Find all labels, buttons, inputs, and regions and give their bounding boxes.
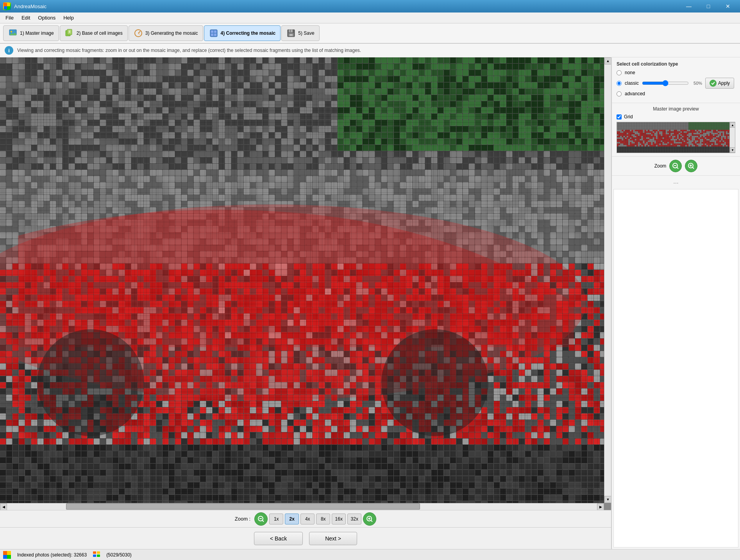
radio-none[interactable] <box>617 70 622 75</box>
svg-rect-40 <box>3 555 7 559</box>
svg-rect-15 <box>214 30 216 33</box>
step1-label: 1) Master image <box>20 30 54 36</box>
preview-title: Master image preview <box>617 106 735 112</box>
mosaic-viewport[interactable]: ▲ ▼ ◀ ▶ <box>0 57 611 510</box>
vertical-scrollbar[interactable]: ▲ ▼ <box>604 57 611 503</box>
zoom-8x-btn[interactable]: 8x <box>316 514 330 524</box>
scroll-up-btn[interactable]: ▲ <box>604 57 611 64</box>
apply-label: Apply <box>718 80 730 86</box>
zoom-label: Zoom : <box>235 516 250 522</box>
zoom-bar: Zoom : 1x 2x 4x 8x 16x 32x <box>0 510 611 527</box>
radio-none-row: none <box>617 70 735 75</box>
preview-canvas <box>617 122 735 153</box>
app-title: AndreaMosaic <box>14 4 46 9</box>
back-button[interactable]: < Back <box>254 532 303 545</box>
status-text1: Indexed photos (selected): 32663 <box>17 552 87 558</box>
info-icon: i <box>5 46 13 55</box>
generating-icon <box>134 29 143 38</box>
svg-line-25 <box>262 520 264 522</box>
svg-rect-16 <box>211 34 213 36</box>
status-icon-small <box>93 551 100 558</box>
svg-rect-2 <box>4 6 7 9</box>
step5-label: 5) Save <box>298 30 314 36</box>
right-panel: Select cell colorization type none class… <box>611 57 740 549</box>
scroll-left-btn[interactable]: ◀ <box>0 503 7 510</box>
colorization-slider[interactable] <box>642 79 689 87</box>
svg-rect-9 <box>69 30 70 33</box>
status-app-icon <box>3 551 11 559</box>
minimize-button[interactable]: — <box>680 0 698 12</box>
zoom-4x-btn[interactable]: 4x <box>300 514 315 524</box>
grid-checkbox[interactable] <box>617 114 622 119</box>
svg-rect-0 <box>4 3 7 6</box>
master-image-icon <box>8 29 18 38</box>
grid-label[interactable]: Grid <box>624 114 633 119</box>
toolbar-step1[interactable]: 1) Master image <box>3 25 59 41</box>
radio-advanced-label[interactable]: advanced <box>625 91 645 96</box>
scroll-thumb-v[interactable] <box>604 64 611 496</box>
preview-scrollbar[interactable]: ▲ ▼ <box>729 122 735 153</box>
menu-help[interactable]: Help <box>59 13 78 22</box>
scroll-right-btn[interactable]: ▶ <box>597 503 604 510</box>
main-content: ▲ ▼ ◀ ▶ Zoom : 1x 2x 4x 8x 16x <box>0 57 740 549</box>
scroll-down-btn[interactable]: ▼ <box>604 496 611 503</box>
cell-images-icon <box>65 29 74 38</box>
colorization-title: Select cell colorization type <box>617 61 735 67</box>
svg-rect-17 <box>214 34 216 36</box>
radio-classic-row: classic 50% Apply <box>617 78 735 89</box>
svg-rect-38 <box>3 551 7 555</box>
preview-image: ▲ ▼ <box>617 122 735 153</box>
menu-options[interactable]: Options <box>34 13 59 22</box>
colorization-section: Select cell colorization type none class… <box>612 57 740 103</box>
svg-line-37 <box>692 167 694 169</box>
scroll-thumb-h[interactable] <box>66 503 420 510</box>
menu-edit[interactable]: Edit <box>18 13 34 22</box>
radio-none-label[interactable]: none <box>625 70 635 75</box>
menu-file[interactable]: File <box>2 13 18 22</box>
zoom-1x-btn[interactable]: 1x <box>269 514 283 524</box>
radio-classic[interactable] <box>617 81 622 86</box>
grid-row: Grid <box>617 114 735 119</box>
preview-scroll-up[interactable]: ▲ <box>730 122 735 128</box>
horizontal-scrollbar[interactable]: ◀ ▶ <box>0 503 604 510</box>
mosaic-canvas <box>0 57 604 503</box>
step4-label: 4) Correcting the mosaic <box>221 30 276 36</box>
toolbar-step5[interactable]: 5) Save <box>281 25 319 41</box>
toolbar-step2[interactable]: 2) Base of cell images <box>60 25 128 41</box>
step3-label: 3) Generating the mosaic <box>145 30 198 36</box>
radio-advanced[interactable] <box>617 91 622 96</box>
svg-rect-20 <box>290 30 291 32</box>
toolbar-step3[interactable]: 3) Generating the mosaic <box>129 25 203 41</box>
right-zoom-out-btn[interactable] <box>669 160 682 172</box>
preview-scroll-track[interactable] <box>730 128 735 147</box>
svg-rect-1 <box>7 3 10 6</box>
titlebar: AndreaMosaic — □ ✕ <box>0 0 740 12</box>
apply-button[interactable]: Apply <box>705 78 734 89</box>
dots-section: ... <box>612 176 740 187</box>
svg-rect-22 <box>290 34 293 36</box>
right-zoom-label: Zoom <box>654 163 667 169</box>
image-list-section[interactable] <box>613 189 738 548</box>
svg-line-12 <box>138 33 139 34</box>
scroll-track-h[interactable] <box>7 503 597 510</box>
radio-classic-label[interactable]: classic <box>625 80 639 86</box>
svg-rect-41 <box>7 555 11 559</box>
titlebar-left: AndreaMosaic <box>3 2 46 10</box>
svg-line-11 <box>138 31 140 33</box>
preview-scroll-down[interactable]: ▼ <box>730 147 735 153</box>
zoom-2x-btn[interactable]: 2x <box>285 514 299 524</box>
zoom-32x-btn[interactable]: 32x <box>347 514 361 524</box>
right-zoom-section: Zoom <box>612 157 740 176</box>
toolbar-step4[interactable]: 4) Correcting the mosaic <box>204 25 281 41</box>
right-zoom-in-btn[interactable] <box>685 160 697 172</box>
app-icon <box>3 2 11 10</box>
svg-rect-45 <box>97 555 100 557</box>
zoom-in-btn[interactable] <box>363 512 376 526</box>
next-button[interactable]: Next > <box>309 532 357 545</box>
close-button[interactable]: ✕ <box>719 0 737 12</box>
zoom-16x-btn[interactable]: 16x <box>332 514 346 524</box>
infobar-text: Viewing and correcting mosaic fragments:… <box>17 48 361 53</box>
zoom-out-btn[interactable] <box>254 512 268 526</box>
maximize-button[interactable]: □ <box>699 0 717 12</box>
svg-rect-39 <box>7 551 11 555</box>
